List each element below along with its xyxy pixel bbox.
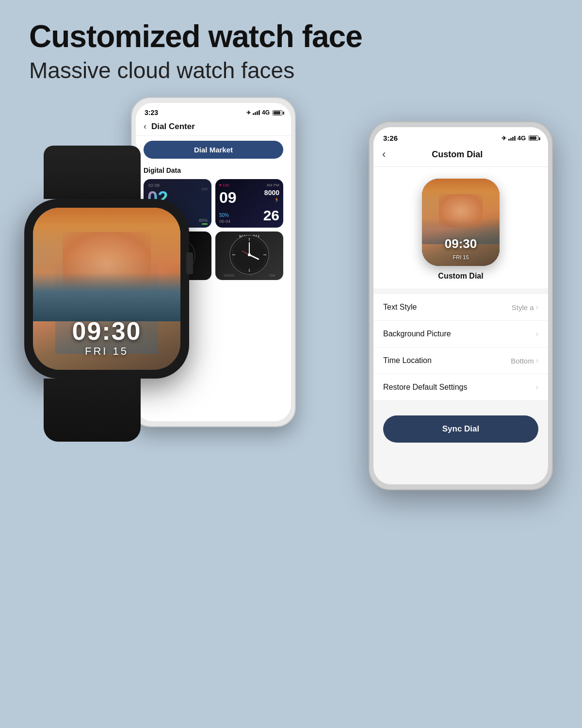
back-battery-icon: [273, 110, 282, 116]
back-4g-label: 4G: [262, 109, 270, 116]
settings-item-text-style[interactable]: Text Style Style a ›: [373, 294, 548, 321]
dial-1-pct: 80%: [199, 218, 208, 223]
time-location-val: Bottom: [511, 357, 534, 365]
watch-screen: 09:30 FRI 15: [33, 208, 180, 370]
back-phone-time: 3:23: [145, 109, 158, 116]
dial-2-num: 26: [263, 207, 279, 224]
restore-chevron: ›: [536, 383, 538, 392]
phone-custom-dial: 3:26 ✈ 4G: [369, 121, 553, 490]
back-location-icon: ✈: [246, 110, 251, 116]
background-chevron: ›: [536, 330, 538, 338]
front-phone-time: 3:26: [383, 134, 398, 142]
devices-container: 3:23 ✈ 4G: [0, 97, 582, 728]
phone-front-status-bar: 3:26 ✈ 4G: [373, 127, 548, 145]
watch-band-bottom: [44, 379, 141, 442]
dial-2-time: 09: [219, 189, 237, 207]
sync-dial-button[interactable]: Sync Dial: [383, 415, 538, 443]
restore-value: ›: [536, 383, 538, 392]
watch-preview-frame: 09:30 FRI 15: [422, 179, 500, 266]
phone-front-body: 3:26 ✈ 4G: [369, 121, 553, 490]
watch-date-display: FRI 15: [33, 345, 180, 358]
phone-back-status-bar: 3:23 ✈ 4G: [136, 103, 291, 119]
watch-side-button: [186, 252, 193, 274]
phone-back-nav: ‹ Dial Center: [136, 119, 291, 136]
settings-item-background[interactable]: Background Picture ›: [373, 321, 548, 347]
watch-preview-face-bg: 09:30 FRI 15: [422, 179, 500, 266]
dial-4-numbers: 10349+786: [215, 273, 283, 278]
custom-dial-preview: 09:30 FRI 15 Custom Dial: [373, 167, 548, 288]
watch-preview-time: 09:30: [422, 236, 500, 251]
front-battery-icon: [529, 135, 538, 141]
custom-dial-label-text: Custom Dial: [438, 272, 483, 281]
custom-dial-nav-title: Custom Dial: [389, 149, 525, 160]
settings-list: Text Style Style a › Background Picture …: [373, 294, 548, 401]
front-back-arrow[interactable]: ‹: [382, 148, 386, 161]
watch-band-top: [44, 146, 141, 199]
dial-2-batt: 50%: [219, 213, 229, 218]
header-section: Customized watch face Massive cloud watc…: [0, 0, 582, 93]
dial-center-title: Dial Center: [151, 122, 195, 132]
dial-1-side: 120: [201, 187, 208, 191]
dial-1-bar: [202, 223, 208, 225]
dial-4-clock: [228, 234, 270, 276]
watch-preview-date: FRI 15: [422, 254, 500, 260]
front-status-icons: ✈ 4G: [501, 134, 538, 142]
dial-market-button[interactable]: Dial Market: [144, 141, 283, 159]
dial-item-2[interactable]: ♥ 120 AM PM 09 8000 🏃 50% 06-04 26: [215, 179, 283, 228]
sub-title: Massive cloud watch faces: [29, 57, 553, 83]
back-status-icons: ✈ 4G: [246, 109, 282, 116]
background-label: Background Picture: [383, 330, 451, 338]
text-style-label: Text Style: [383, 303, 417, 312]
time-location-value: Bottom ›: [511, 356, 538, 365]
front-4g-label: 4G: [517, 134, 526, 142]
digital-data-label: Digital Data: [136, 164, 291, 177]
watch-face-city: [33, 273, 180, 321]
phone-front-screen: 3:26 ✈ 4G: [373, 127, 548, 484]
back-signal-bars: [253, 110, 260, 115]
settings-item-restore[interactable]: Restore Default Settings ›: [373, 374, 548, 401]
dial-2-steps: 8000: [264, 189, 279, 197]
back-phone-arrow[interactable]: ‹: [144, 121, 146, 132]
front-location-icon: ✈: [501, 135, 506, 142]
phone-front-nav: ‹ Custom Dial: [373, 145, 548, 167]
dial-2-date: 06-04: [219, 219, 230, 224]
background-value: ›: [536, 330, 538, 338]
main-title: Customized watch face: [29, 19, 553, 53]
smartwatch: 09:30 FRI 15: [15, 184, 199, 393]
watch-face-bg: 09:30 FRI 15: [33, 208, 180, 370]
dial-item-4[interactable]: HAYLOU: [215, 232, 283, 280]
text-style-value: Style a ›: [512, 303, 538, 312]
settings-item-time-location[interactable]: Time Location Bottom ›: [373, 347, 548, 374]
text-style-val: Style a: [512, 303, 534, 312]
restore-label: Restore Default Settings: [383, 383, 467, 392]
watch-body: 09:30 FRI 15: [24, 199, 189, 379]
time-location-chevron: ›: [536, 356, 538, 365]
text-style-chevron: ›: [536, 303, 538, 312]
dial-2-steps-icon: 🏃: [274, 198, 279, 202]
watch-time-display: 09:30: [33, 316, 180, 346]
time-location-label: Time Location: [383, 356, 432, 365]
svg-point-14: [248, 253, 251, 256]
front-signal-bars: [508, 136, 516, 141]
